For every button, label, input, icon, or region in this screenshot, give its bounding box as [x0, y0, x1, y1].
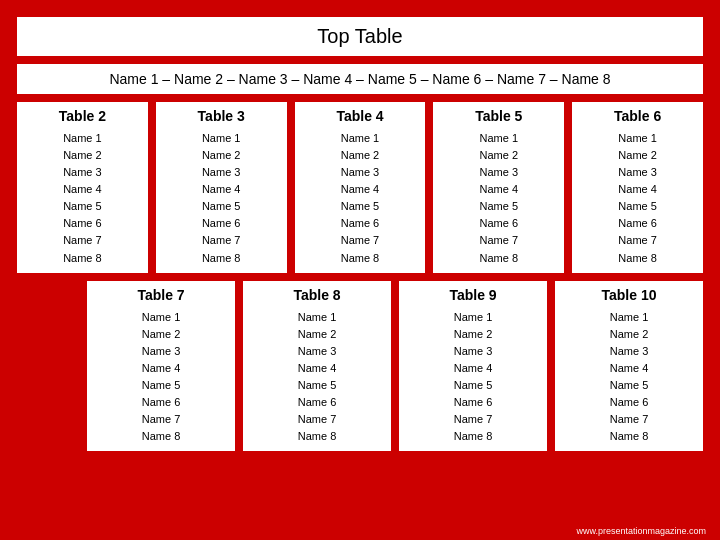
table-title: Table 8	[247, 287, 387, 303]
table-box-bottom-1: Table 8Name 1 Name 2 Name 3 Name 4 Name …	[241, 279, 393, 453]
name-list: Name 1 Name 2 Name 3 Name 4 Name 5 Name …	[299, 130, 422, 266]
table-box-top-2: Table 4Name 1 Name 2 Name 3 Name 4 Name …	[293, 100, 428, 274]
name-list: Name 1 Name 2 Name 3 Name 4 Name 5 Name …	[576, 130, 699, 266]
table-box-bottom-3: Table 10Name 1 Name 2 Name 3 Name 4 Name…	[553, 279, 705, 453]
table-title: Table 6	[576, 108, 699, 124]
name-list: Name 1 Name 2 Name 3 Name 4 Name 5 Name …	[437, 130, 560, 266]
name-list: Name 1 Name 2 Name 3 Name 4 Name 5 Name …	[247, 309, 387, 445]
table-box-top-4: Table 6Name 1 Name 2 Name 3 Name 4 Name …	[570, 100, 705, 274]
table-title: Table 10	[559, 287, 699, 303]
name-list: Name 1 Name 2 Name 3 Name 4 Name 5 Name …	[559, 309, 699, 445]
table-title: Table 3	[160, 108, 283, 124]
table-box-top-1: Table 3Name 1 Name 2 Name 3 Name 4 Name …	[154, 100, 289, 274]
table-box-top-3: Table 5Name 1 Name 2 Name 3 Name 4 Name …	[431, 100, 566, 274]
table-title: Table 7	[91, 287, 231, 303]
table-title: Table 2	[21, 108, 144, 124]
top-tables-grid: Table 2Name 1 Name 2 Name 3 Name 4 Name …	[15, 100, 705, 274]
footer-text: www.presentationmagazine.com	[576, 526, 706, 536]
table-title: Table 4	[299, 108, 422, 124]
top-table-title: Top Table	[15, 15, 705, 58]
name-list: Name 1 Name 2 Name 3 Name 4 Name 5 Name …	[160, 130, 283, 266]
table-title: Table 5	[437, 108, 560, 124]
table-box-top-0: Table 2Name 1 Name 2 Name 3 Name 4 Name …	[15, 100, 150, 274]
table-box-bottom-2: Table 9Name 1 Name 2 Name 3 Name 4 Name …	[397, 279, 549, 453]
name-list: Name 1 Name 2 Name 3 Name 4 Name 5 Name …	[403, 309, 543, 445]
table-box-bottom-0: Table 7Name 1 Name 2 Name 3 Name 4 Name …	[85, 279, 237, 453]
name-list: Name 1 Name 2 Name 3 Name 4 Name 5 Name …	[91, 309, 231, 445]
name-list: Name 1 Name 2 Name 3 Name 4 Name 5 Name …	[21, 130, 144, 266]
bottom-tables-grid: Table 7Name 1 Name 2 Name 3 Name 4 Name …	[85, 279, 705, 453]
seating-row: Name 1 – Name 2 – Name 3 – Name 4 – Name…	[15, 62, 705, 96]
table-title: Table 9	[403, 287, 543, 303]
